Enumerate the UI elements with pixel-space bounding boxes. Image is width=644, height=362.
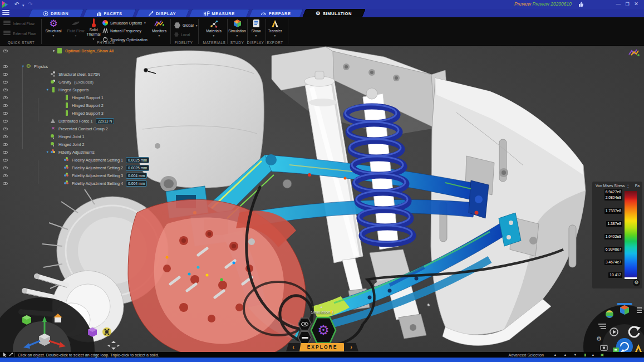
feedback-thumb-icon[interactable]: [578, 1, 584, 7]
tree-row[interactable]: Hinged Joint 2: [0, 140, 161, 148]
material-sphere-icon[interactable]: [606, 310, 613, 318]
display-tools-wheel[interactable]: ⚙: [582, 301, 644, 352]
tab-prepare[interactable]: Prepare: [249, 9, 303, 17]
tree-row[interactable]: Hinged Support 2: [0, 101, 161, 109]
tree-row[interactable]: Fidelity Adjustment Setting 3 0.004 mm: [0, 172, 161, 179]
legend-menu-button[interactable]: ⋮: [626, 183, 630, 188]
expander-icon[interactable]: ▾: [45, 150, 51, 154]
tree-row[interactable]: Hinged Support 1: [0, 94, 161, 101]
tree-item-label[interactable]: Physics: [34, 64, 48, 69]
monitors-button[interactable]: Monitors ▾: [148, 18, 170, 41]
tree-item-value[interactable]: 0.004 mm: [126, 180, 147, 187]
selection-up-icon[interactable]: ▴: [564, 353, 566, 357]
tree-row[interactable]: Fidelity Adjustment Setting 2 0.0025 mm: [0, 164, 161, 172]
exit-green-icon[interactable]: [613, 348, 619, 352]
tree-row[interactable]: ▾ Fidelity Adjustments: [0, 148, 161, 156]
expander-icon[interactable]: ▸: [51, 48, 57, 53]
lasso-select-icon[interactable]: [9, 353, 13, 357]
visibility-eye-icon[interactable]: [3, 120, 8, 123]
tree-item-value[interactable]: 0.0025 mm: [126, 157, 149, 163]
stage-collapse-arrow[interactable]: ▲: [319, 305, 323, 309]
natural-frequency-button[interactable]: Natural Frequency: [102, 28, 141, 33]
monitor-chart-mini-icon[interactable]: [628, 48, 640, 57]
visibility-eye-icon[interactable]: [3, 143, 8, 146]
file-menu-button[interactable]: [2, 10, 9, 16]
tree-item-label[interactable]: Fidelity Adjustment Setting 2: [72, 165, 123, 170]
tree-item-label[interactable]: Hinged Support 2: [72, 103, 104, 108]
selection-body-icon[interactable]: ▣: [601, 353, 604, 357]
tree-item-label[interactable]: Distributed Force 1: [58, 119, 93, 124]
tree-row[interactable]: Structural steel, S275N: [0, 70, 161, 78]
undo-button[interactable]: ↶: [14, 1, 19, 8]
tree-row[interactable]: ▾ Hinged Supports: [0, 86, 161, 94]
selection-expand-icon[interactable]: ▴: [554, 353, 556, 357]
materials-button[interactable]: Materials ▾: [203, 18, 225, 41]
tab-simulation-active[interactable]: ⚙ Simulation: [302, 9, 366, 17]
tree-row[interactable]: Hinged Joint 1: [0, 133, 161, 140]
tree-row[interactable]: Gravity (Excluded): [0, 78, 161, 86]
tab-facets[interactable]: Facets: [83, 9, 136, 17]
tree-root-row[interactable]: ▸ Optimal Design_Show All: [0, 47, 161, 55]
tree-item-label[interactable]: Hinged Joint 2: [58, 142, 85, 147]
tree-item-label[interactable]: Fidelity Adjustments: [58, 150, 95, 155]
tree-row[interactable]: Fidelity Adjustment Setting 4 0.004 mm: [0, 179, 161, 187]
visibility-eye-icon[interactable]: [3, 128, 8, 130]
external-flow-button[interactable]: External Flow: [3, 31, 36, 36]
tree-row[interactable]: Distributed Force 1 22913 N: [0, 117, 161, 125]
move-arrows-icon[interactable]: [107, 341, 120, 350]
expander-icon[interactable]: ▾: [20, 64, 26, 69]
visibility-eye-icon[interactable]: [3, 167, 8, 169]
visibility-eye-icon[interactable]: [3, 151, 8, 154]
selection-down-icon[interactable]: ▾: [574, 353, 576, 357]
simulation-options-button[interactable]: Simulation Options ▾: [102, 20, 146, 26]
legend-settings-gear-icon[interactable]: ⚙: [633, 279, 640, 286]
wheel-gear-icon[interactable]: ⚙: [596, 335, 602, 342]
tab-design[interactable]: Design: [28, 9, 84, 17]
tree-item-label[interactable]: Prevented Contact Group 2: [58, 126, 108, 131]
expander-icon[interactable]: ▾: [45, 87, 51, 92]
internal-flow-button[interactable]: Internal Flow: [3, 21, 35, 26]
fidelity-global-button[interactable]: Global ▾: [174, 22, 197, 28]
steering-knuckle-assembly[interactable]: [128, 199, 306, 352]
visibility-eye-icon[interactable]: [3, 96, 8, 99]
tree-item-label[interactable]: Fidelity Adjustment Setting 3: [72, 173, 123, 178]
visibility-eye-icon[interactable]: [3, 112, 8, 115]
selection-solid-icon[interactable]: ▮: [584, 353, 586, 357]
stress-colorbar[interactable]: [625, 191, 637, 279]
advanced-selection-label[interactable]: Advanced Selection: [508, 353, 544, 358]
visibility-eye-icon[interactable]: [3, 73, 8, 76]
tree-item-label[interactable]: Fidelity Adjustment Setting 1: [72, 158, 123, 163]
tree-item-label[interactable]: Fidelity Adjustment Setting 4: [72, 181, 123, 186]
explore-mode-button[interactable]: Explore: [299, 343, 345, 351]
film-reel-icon[interactable]: [102, 327, 111, 336]
tree-item-label[interactable]: Hinged Support 1: [72, 95, 104, 100]
visibility-eye-icon[interactable]: [3, 135, 8, 138]
tree-row[interactable]: ▾ Physics: [0, 62, 161, 70]
visibility-eye-icon[interactable]: [3, 65, 8, 68]
tree-item-value[interactable]: 22913 N: [96, 118, 115, 124]
tree-root-label[interactable]: Optimal Design_Show All: [65, 48, 114, 53]
tree-item-label[interactable]: Hinged Joint 1: [58, 134, 85, 139]
visibility-eye-icon[interactable]: [3, 81, 8, 84]
tree-row[interactable]: Fidelity Adjustment Setting 1 0.0025 mm: [0, 156, 161, 164]
visibility-eye-icon[interactable]: [3, 104, 8, 107]
tree-item-label[interactable]: Gravity: [58, 80, 71, 85]
tab-display[interactable]: Display: [135, 9, 190, 17]
visibility-eye-icon[interactable]: [3, 89, 8, 91]
tree-row[interactable]: Hinged Support 3: [0, 109, 161, 117]
select-cursor-icon[interactable]: [3, 353, 7, 357]
solid-thermal-button[interactable]: Solid Thermal ▾: [82, 18, 105, 41]
tree-item-label[interactable]: Hinged Supports: [58, 87, 89, 92]
tree-item-value[interactable]: 0.0025 mm: [126, 165, 149, 171]
tree-item-label[interactable]: Structural steel, S275N: [58, 72, 100, 77]
more-options-icon[interactable]: [637, 307, 642, 313]
fidelity-local-button[interactable]: Local: [174, 32, 190, 37]
structural-button[interactable]: ⚙ Structural ▾: [42, 18, 65, 41]
tree-row[interactable]: Prevented Contact Group 2: [0, 125, 161, 133]
visibility-eye-icon[interactable]: [3, 182, 8, 185]
tab-measure[interactable]: Measure: [189, 9, 250, 17]
visibility-eye-icon[interactable]: [3, 174, 8, 177]
3d-viewport[interactable]: ▸ Optimal Design_Show All ▾ Physics: [0, 46, 644, 352]
close-button[interactable]: ✕: [633, 1, 640, 7]
orientation-wheel[interactable]: [0, 297, 120, 352]
